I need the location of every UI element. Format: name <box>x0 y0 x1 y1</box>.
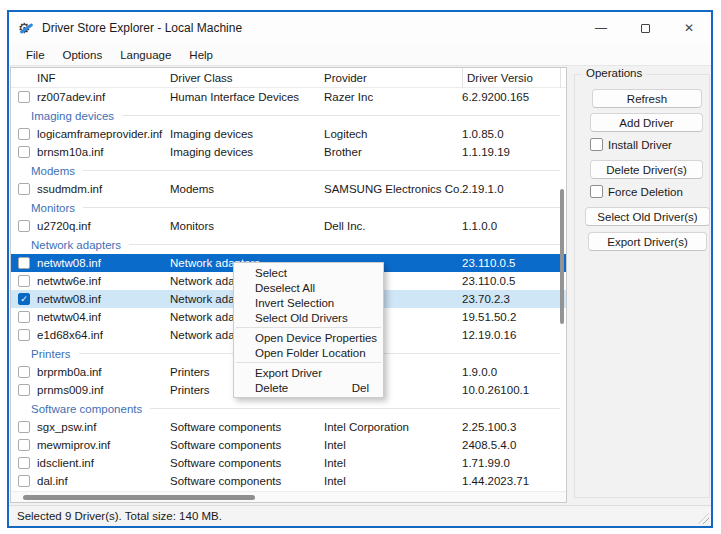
group-header-line <box>83 170 560 171</box>
context-menu-separator <box>236 362 381 363</box>
row-checkbox-cell <box>11 257 37 269</box>
driver-class-cell: Software components <box>170 457 324 469</box>
row-checkbox[interactable] <box>18 275 30 287</box>
row-checkbox-cell <box>11 366 37 378</box>
gear-icon[interactable]: ⚙ <box>18 20 34 36</box>
refresh-button[interactable]: Refresh <box>592 89 702 108</box>
row-checkbox[interactable] <box>18 366 30 378</box>
version-cell: 2408.5.4.0 <box>462 439 566 451</box>
context-menu-item-export-driver[interactable]: Export Driver <box>234 365 383 380</box>
driver-class-cell: Software components <box>170 421 324 433</box>
driver-class-cell: Imaging devices <box>170 128 324 140</box>
group-header-label: Software components <box>31 403 142 415</box>
provider-cell: Intel <box>324 439 462 451</box>
add-driver-button[interactable]: Add Driver <box>590 113 703 132</box>
horizontal-scrollbar-thumb[interactable] <box>23 495 255 500</box>
driver-row[interactable]: ssudmdm.infModemsSAMSUNG Electronics Co.… <box>11 180 566 198</box>
driver-row[interactable]: idsclient.infSoftware componentsIntel1.7… <box>11 454 566 472</box>
driver-class-cell: Monitors <box>170 220 324 232</box>
context-menu-item-select[interactable]: Select <box>234 265 383 280</box>
driver-row[interactable]: logicamframeprovider.infImaging devicesL… <box>11 125 566 143</box>
driver-row[interactable]: brnsm10a.infImaging devicesBrother1.1.19… <box>11 143 566 161</box>
close-button[interactable]: ✕ <box>667 12 711 44</box>
version-cell: 10.0.26100.1 <box>462 384 566 396</box>
horizontal-scrollbar[interactable] <box>11 491 566 502</box>
window-controls: — ✕ <box>579 12 711 44</box>
inf-cell: netwtw6e.inf <box>37 275 170 287</box>
minimize-button[interactable]: — <box>579 12 623 44</box>
menu-item-options[interactable]: Options <box>54 47 112 63</box>
context-menu-item-delete[interactable]: DeleteDel <box>234 380 383 395</box>
provider-cell: Razer Inc <box>324 91 462 103</box>
row-checkbox[interactable] <box>18 91 30 103</box>
delete-drivers-button[interactable]: Delete Driver(s) <box>590 160 703 179</box>
row-checkbox[interactable] <box>18 311 30 323</box>
inf-cell: logicamframeprovider.inf <box>37 128 170 140</box>
row-checkbox[interactable] <box>18 128 30 140</box>
row-checkbox[interactable]: ✓ <box>18 293 30 305</box>
group-header-line <box>83 207 560 208</box>
inf-cell: netwtw04.inf <box>37 311 170 323</box>
maximize-button[interactable] <box>623 12 667 44</box>
driver-row[interactable]: u2720q.infMonitorsDell Inc.1.1.0.0 <box>11 217 566 235</box>
row-checkbox[interactable] <box>18 220 30 232</box>
row-checkbox-cell <box>11 421 37 433</box>
title-bar: ⚙ Driver Store Explorer - Local Machine … <box>9 12 711 44</box>
context-menu-item-label: Delete <box>255 382 288 394</box>
row-checkbox[interactable] <box>18 457 30 469</box>
table-header: INF Driver Class Provider Driver Versio … <box>11 68 566 88</box>
install-driver-checkbox[interactable] <box>590 138 603 151</box>
group-header: Monitors <box>11 198 566 217</box>
vertical-scrollbar-thumb[interactable] <box>560 189 564 324</box>
menu-item-file[interactable]: File <box>17 47 54 63</box>
select-old-drivers-button[interactable]: Select Old Driver(s) <box>585 207 710 226</box>
force-deletion-checkbox[interactable] <box>590 185 603 198</box>
version-cell: 1.71.99.0 <box>462 457 566 469</box>
inf-cell: prnms009.inf <box>37 384 170 396</box>
row-checkbox[interactable] <box>18 146 30 158</box>
version-cell: 1.1.19.19 <box>462 146 566 158</box>
group-header: Network adapters <box>11 235 566 254</box>
resize-grip-icon[interactable] <box>698 513 709 524</box>
context-menu-item-label: Deselect All <box>255 282 315 294</box>
column-header-inf[interactable]: INF <box>37 72 170 84</box>
menu-item-help[interactable]: Help <box>180 47 222 63</box>
row-checkbox[interactable] <box>18 384 30 396</box>
driver-row[interactable]: mewmiprov.infSoftware componentsIntel240… <box>11 436 566 454</box>
menu-item-language[interactable]: Language <box>111 47 180 63</box>
group-header-label: Printers <box>31 348 71 360</box>
provider-cell: Dell Inc. <box>324 220 462 232</box>
group-header-label: Imaging devices <box>31 110 114 122</box>
column-header-provider[interactable]: Provider <box>324 72 462 84</box>
driver-row[interactable]: rz007adev.infHuman Interface DevicesRaze… <box>11 88 566 106</box>
context-menu-item-open-device-properties[interactable]: Open Device Properties <box>234 330 383 345</box>
version-cell: 1.1.0.0 <box>462 220 566 232</box>
group-header-label: Network adapters <box>31 239 121 251</box>
column-header-driver-version[interactable]: Driver Versio <box>462 68 566 87</box>
context-menu-item-open-folder-location[interactable]: Open Folder Location <box>234 345 383 360</box>
group-header: Imaging devices <box>11 106 566 125</box>
inf-cell: mewmiprov.inf <box>37 439 170 451</box>
row-checkbox[interactable] <box>18 475 30 487</box>
row-checkbox-cell <box>11 146 37 158</box>
driver-row[interactable]: dal.infSoftware componentsIntel1.44.2023… <box>11 472 566 490</box>
group-header: Software components <box>11 399 566 418</box>
context-menu-item-select-old-drivers[interactable]: Select Old Drivers <box>234 310 383 325</box>
provider-cell: Intel <box>324 457 462 469</box>
version-cell: 2.25.100.3 <box>462 421 566 433</box>
inf-cell: brnsm10a.inf <box>37 146 170 158</box>
group-header-label: Monitors <box>31 202 75 214</box>
driver-class-cell: Modems <box>170 183 324 195</box>
row-checkbox[interactable] <box>18 257 30 269</box>
export-drivers-button[interactable]: Export Driver(s) <box>588 232 707 251</box>
row-checkbox[interactable] <box>18 439 30 451</box>
context-menu-item-invert-selection[interactable]: Invert Selection <box>234 295 383 310</box>
context-menu-item-label: Invert Selection <box>255 297 334 309</box>
row-checkbox[interactable] <box>18 329 30 341</box>
row-checkbox-cell <box>11 128 37 140</box>
context-menu-item-deselect-all[interactable]: Deselect All <box>234 280 383 295</box>
row-checkbox[interactable] <box>18 183 30 195</box>
row-checkbox[interactable] <box>18 421 30 433</box>
driver-row[interactable]: sgx_psw.infSoftware componentsIntel Corp… <box>11 418 566 436</box>
column-header-driver-class[interactable]: Driver Class <box>170 72 324 84</box>
